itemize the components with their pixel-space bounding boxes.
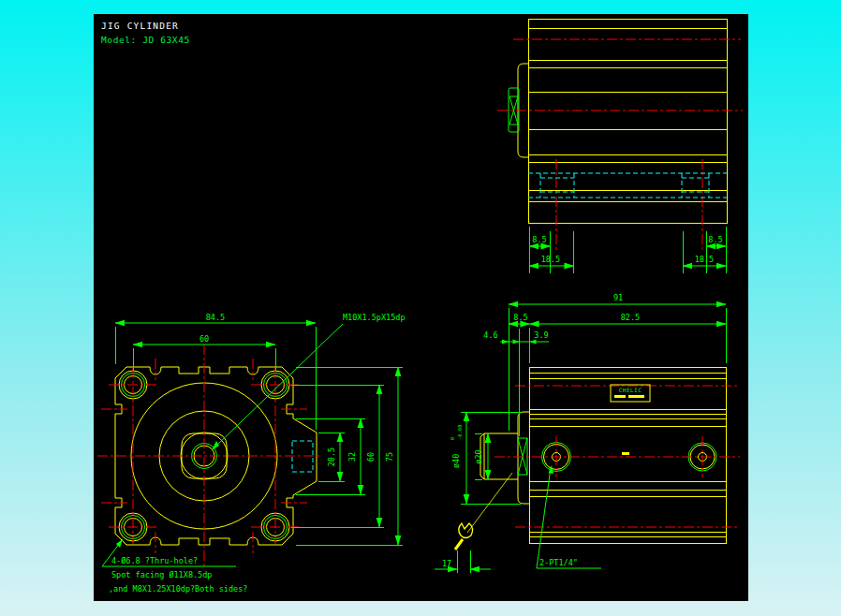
side-view-dim-head: 8.5 [513,313,527,322]
front-view-dim-lug-base: 32 [347,452,357,462]
front-view-hole-note-line2: Spot facing Ø11X8.5dp [111,570,212,579]
side-view: CHELIC [435,293,740,573]
top-view-hidden-lines [528,173,727,198]
drawing-title: JIG CYLINDER [101,21,179,31]
side-view-tiny-mark [622,452,629,455]
cad-drawing: JIG CYLINDER Model: JD 63X45 [94,14,748,601]
top-view-dim-right-pitch: 18.5 [695,255,714,264]
drawing-model: Model: JD 63X45 [101,35,190,45]
side-view-dim-boss-dia: ø40 [451,454,461,468]
top-view-dim-left-pitch: 18.5 [541,255,560,264]
side-view-dim-body-length: 82.5 [621,313,640,322]
front-view-dim-bolt-spacing-h: 60 [199,334,209,344]
front-view-dim-width: 84.5 [206,313,225,322]
side-view-port-note: 2-PT1/4" [539,558,578,567]
front-view-thread-note: M10X1.5pX15dp [343,313,406,322]
front-view-dim-bolt-spacing-v: 60 [366,452,376,462]
front-view-extension-lines [115,327,403,545]
side-view-extension-lines [457,308,726,573]
front-view-dimension-arrows [115,323,398,545]
cad-drawing-canvas: JIG CYLINDER Model: JD 63X45 [94,14,748,601]
top-view-dim-left-offset: 8.5 [532,235,546,244]
side-view-dim-b: 3.9 [534,330,548,340]
brand-label-text: CHELIC [619,387,642,393]
side-view-brand-label: CHELIC [611,385,650,455]
front-view: 84.5 60 20.5 32 60 75 M10X1.5pX15dp 4-Ø6… [97,313,406,594]
side-view-dim-total: 91 [613,293,623,302]
side-view-dimension-arrows [435,304,726,569]
front-view-hole-note: 4-Ø6.8 ?Thru-hole? Spot facing Ø11X8.5dp… [102,539,247,594]
side-view-dim-rod-dia: ø20 [474,449,483,463]
top-view-centerlines [497,39,743,251]
front-view-dim-height: 75 [385,452,394,462]
side-view-dim-wrench-flats: 17 [442,559,451,568]
top-view-dim-right-offset: 8.5 [708,235,722,244]
side-view-boss-tol-lower: -0.08 [457,424,463,440]
top-view: 8.5 18.5 8.5 18.5 [497,19,743,273]
side-view-boss-tol-upper: 0 [450,437,455,440]
side-view-dim-a: 4.6 [483,330,497,340]
side-view-centerlines [494,386,740,527]
desktop-background: JIG CYLINDER Model: JD 63X45 [0,0,841,616]
drawing-title-block: JIG CYLINDER Model: JD 63X45 [101,21,190,45]
front-view-hole-note-line1: 4-Ø6.8 ?Thru-hole? [111,556,198,565]
front-view-dim-port-boss: 20.5 [327,447,336,466]
wrench-icon [455,473,512,550]
front-view-hole-note-line3: ,and M8X1.25X10dp?Both sides? [109,584,247,594]
